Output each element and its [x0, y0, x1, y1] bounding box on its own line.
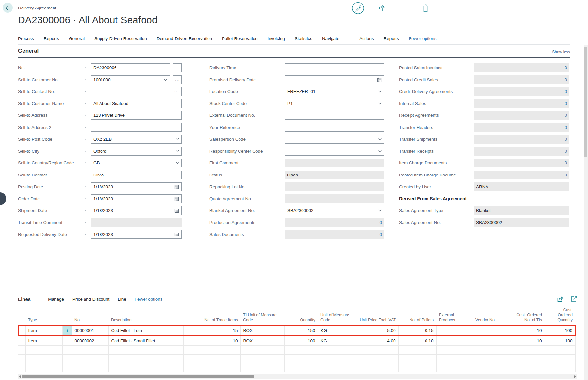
cell-ti-unit-of-measure-code[interactable]: BOX [240, 336, 284, 346]
field-input-your-reference[interactable] [285, 123, 384, 132]
cell-empty[interactable] [240, 346, 284, 355]
calendar-icon[interactable] [174, 232, 179, 237]
column-header-cust-ordered-no-of-tis[interactable]: Cust. Ordered No. of TIs [510, 306, 545, 326]
cell-empty[interactable] [25, 346, 62, 355]
field-input-no[interactable]: DA2300006 [91, 63, 170, 72]
field-input-credit-delivery-agreements[interactable]: 0 [474, 87, 569, 96]
field-input-blanket-agreement-no[interactable]: SBA2300002 [285, 206, 384, 215]
back-button[interactable] [3, 3, 13, 13]
cell-empty[interactable] [318, 346, 355, 355]
assist-edit-icon[interactable]: ··· [174, 89, 179, 94]
field-input-sell-to-contact-no[interactable]: ··· [91, 87, 182, 96]
cell-type[interactable]: Item [25, 326, 62, 336]
field-input-order-date[interactable]: 1/18/2023 [91, 194, 182, 203]
side-panel-handle[interactable] [0, 192, 6, 205]
cell-empty[interactable] [18, 355, 25, 363]
cell-empty[interactable] [473, 363, 510, 372]
field-input-sell-to-address[interactable]: 123 Privet Drive [91, 111, 182, 120]
column-header-no-of-trade-items[interactable]: No. of Trade Items [183, 306, 240, 326]
field-input-sell-to-address-2[interactable] [91, 123, 182, 132]
field-input-posted-item-charge-docume[interactable]: 0 [474, 171, 569, 179]
column-header-no[interactable]: No. [72, 306, 108, 326]
cell-external-producer[interactable] [436, 326, 473, 336]
cell-cust-ordered-quantity[interactable]: 100 [545, 336, 575, 346]
chevron-down-icon[interactable] [378, 209, 382, 212]
field-input-sell-to-contact[interactable]: Silvia [91, 171, 182, 179]
cell-empty[interactable] [62, 355, 72, 363]
cell-empty[interactable] [72, 355, 108, 363]
cell-empty[interactable] [510, 355, 545, 363]
menu-item-demand-driven-reservation[interactable]: Demand-Driven Reservation [157, 36, 212, 41]
field-input-receipt-agreements[interactable]: 0 [474, 111, 569, 120]
cell-empty[interactable] [545, 346, 575, 355]
field-input-item-charge-documents[interactable]: 0 [474, 159, 569, 167]
menu-item-process[interactable]: Process [18, 36, 34, 41]
field-input-posting-date[interactable]: 1/18/2023 [91, 182, 182, 191]
chevron-down-icon[interactable] [164, 79, 167, 81]
field-input-promised-delivery-date[interactable] [285, 75, 384, 84]
lines-menu-item-line[interactable]: Line [118, 297, 126, 302]
field-input-posted-credit-sales[interactable]: 0 [474, 75, 569, 84]
field-input-sell-to-customer-name[interactable]: All About Seafood [91, 99, 182, 108]
cell-empty[interactable] [25, 363, 62, 372]
column-header-unit-of-measure-code[interactable]: Unit of Measure Code [318, 306, 355, 326]
lines-menu-item-price-and-discount[interactable]: Price and Discount [72, 297, 109, 302]
field-input-salesperson-code[interactable] [285, 135, 384, 144]
chevron-down-icon[interactable] [378, 150, 382, 152]
cell-empty[interactable] [108, 355, 183, 363]
column-header-vendor-no[interactable]: Vendor No. [473, 306, 510, 326]
cell-cust-ordered-quantity[interactable]: 100 [545, 326, 575, 336]
cell-ti-unit-of-measure-code[interactable]: BOX [240, 326, 284, 336]
menu-item-navigate[interactable]: Navigate [322, 36, 339, 41]
menu-item-general[interactable]: General [69, 36, 85, 41]
cell-empty[interactable] [510, 363, 545, 372]
lines-menu-item-manage[interactable]: Manage [48, 297, 64, 302]
fewer-options-link[interactable]: Fewer options [409, 36, 437, 41]
column-header-quantity[interactable]: Quantity [284, 306, 318, 326]
cell-empty[interactable] [510, 346, 545, 355]
column-header-type[interactable]: Type [25, 306, 62, 326]
column-header-unit-price-excl-vat[interactable]: Unit Price Excl. VAT [355, 306, 398, 326]
cell-no[interactable]: 00000002 [72, 336, 108, 346]
column-header-ti-unit-of-measure-code[interactable]: TI Unit of Measure Code [240, 306, 284, 326]
show-less-link[interactable]: Show less [552, 50, 570, 54]
field-input-shipment-date[interactable]: 1/18/2023 [91, 206, 182, 215]
cell-empty[interactable] [545, 363, 575, 372]
cell-empty[interactable] [183, 346, 240, 355]
column-header-row-indicator[interactable] [18, 306, 25, 326]
cell-unit-of-measure-code[interactable]: KG [318, 326, 355, 336]
calendar-icon[interactable] [377, 77, 382, 82]
cell-vendor-no[interactable] [473, 336, 510, 346]
cell-empty[interactable] [284, 363, 318, 372]
scroll-left-arrow-icon[interactable] [19, 375, 21, 378]
cell-empty[interactable] [398, 363, 436, 372]
cell-empty[interactable] [318, 355, 355, 363]
column-header-description[interactable]: Description [108, 306, 183, 326]
field-input-internal-sales[interactable]: 0 [474, 99, 569, 108]
cell-empty[interactable] [398, 355, 436, 363]
cell-empty[interactable] [473, 346, 510, 355]
cell-empty[interactable] [318, 363, 355, 372]
field-input-sell-to-country-region-code[interactable]: GB [91, 159, 182, 167]
calendar-icon[interactable] [174, 184, 179, 189]
cell-type[interactable]: Item [25, 336, 62, 346]
field-input-sales-documents[interactable]: 0 [285, 230, 384, 239]
cell-no-of-pallets[interactable]: 0.15 [398, 326, 436, 336]
cell-quantity[interactable]: 150 [284, 326, 318, 336]
cell-no-of-trade-items[interactable]: 10 [183, 336, 240, 346]
horizontal-scrollbar[interactable] [18, 374, 577, 379]
chevron-down-icon[interactable] [378, 90, 382, 93]
cell-description[interactable]: Cod Fillet - Small Fillet [108, 336, 183, 346]
edit-icon[interactable] [352, 2, 364, 16]
assist-edit-button[interactable]: ··· [173, 63, 182, 72]
assist-edit-button[interactable]: ··· [173, 75, 182, 84]
field-input-sell-to-city[interactable]: Oxford [91, 147, 182, 156]
field-input-transfer-shipments[interactable]: 0 [474, 135, 569, 144]
cell-empty[interactable] [240, 355, 284, 363]
cell-no-of-trade-items[interactable]: 15 [183, 326, 240, 336]
calendar-icon[interactable] [174, 196, 179, 201]
field-input-posted-sales-invoices[interactable]: 0 [474, 63, 569, 72]
field-input-requested-delivery-date[interactable]: 1/18/2023 [91, 230, 182, 239]
cell-empty[interactable] [183, 355, 240, 363]
cell-no-of-pallets[interactable]: 0.10 [398, 336, 436, 346]
